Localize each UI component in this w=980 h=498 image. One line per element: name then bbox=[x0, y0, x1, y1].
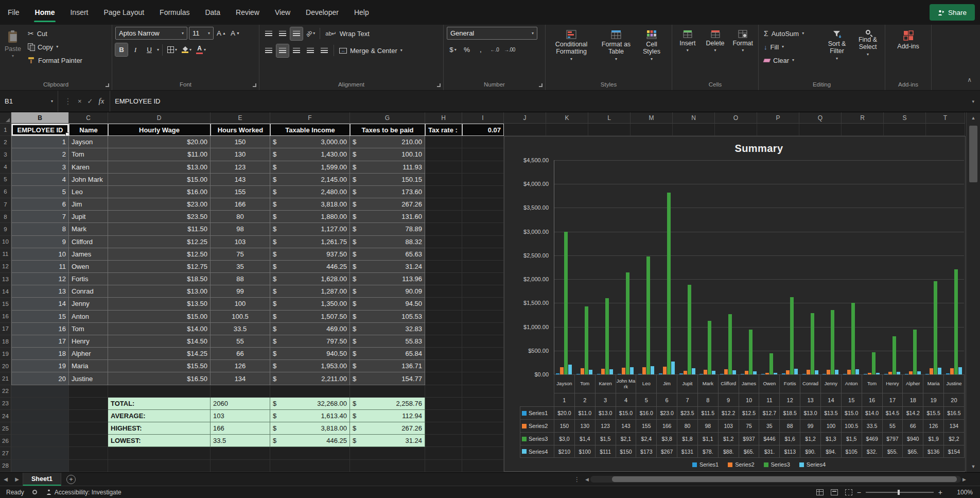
cell-E12[interactable]: 35 bbox=[211, 261, 270, 273]
merge-center-button[interactable]: ↔ Merge & Center ▾ bbox=[337, 44, 405, 57]
cell-I15[interactable] bbox=[462, 298, 504, 310]
cell-H20[interactable] bbox=[425, 360, 462, 372]
cell-C28[interactable] bbox=[69, 460, 108, 472]
cell-B23[interactable] bbox=[11, 398, 69, 410]
cell-E21[interactable]: 134 bbox=[211, 372, 270, 385]
cell-C2[interactable]: Jayson bbox=[69, 136, 108, 148]
underline-dropdown-icon[interactable]: ▾ bbox=[157, 48, 159, 52]
row-header-22[interactable]: 22 bbox=[0, 385, 11, 398]
percent-style-button[interactable]: % bbox=[461, 43, 473, 56]
cell-F12[interactable]: $446.25 bbox=[270, 261, 350, 273]
cell-I12[interactable] bbox=[462, 261, 504, 273]
cell-I27[interactable] bbox=[462, 447, 504, 459]
cell-H19[interactable] bbox=[425, 348, 462, 360]
fill-button[interactable]: ↓ Fill ▾ bbox=[762, 40, 820, 54]
format-cells-button[interactable]: Format ▾ bbox=[730, 27, 755, 54]
cell-M1[interactable] bbox=[631, 124, 673, 136]
column-header-F[interactable]: F bbox=[270, 112, 350, 124]
cell-G6[interactable]: $173.60 bbox=[350, 186, 425, 198]
cell-C12[interactable]: Owen bbox=[69, 261, 108, 273]
page-layout-view-button[interactable] bbox=[831, 489, 838, 495]
autosum-button[interactable]: Σ AutoSum ▾ bbox=[762, 27, 820, 40]
cell-B26[interactable] bbox=[11, 435, 69, 447]
cell-I24[interactable] bbox=[462, 410, 504, 422]
row-header-1[interactable]: 1 bbox=[0, 124, 11, 136]
row-header-25[interactable]: 25 bbox=[0, 422, 11, 435]
row-header-2[interactable]: 2 bbox=[0, 136, 11, 148]
row-header-6[interactable]: 6 bbox=[0, 186, 11, 198]
name-box-resize-handle[interactable]: ⋮ bbox=[64, 96, 72, 106]
legend-item-series2[interactable]: Series2 bbox=[728, 461, 754, 468]
cell-I18[interactable] bbox=[462, 335, 504, 348]
column-header-M[interactable]: M bbox=[631, 112, 673, 124]
cell-D27[interactable] bbox=[108, 447, 211, 459]
cell-D21[interactable]: $16.50 bbox=[108, 372, 211, 385]
cell-B17[interactable]: 16 bbox=[11, 323, 69, 335]
cell-F4[interactable]: $1,599.00 bbox=[270, 161, 350, 174]
cell-H27[interactable] bbox=[425, 447, 462, 459]
cell-E17[interactable]: 33.5 bbox=[211, 323, 270, 335]
zoom-slider-thumb[interactable] bbox=[898, 490, 900, 495]
cell-C14[interactable]: Conrad bbox=[69, 285, 108, 298]
paste-button[interactable]: Paste ▾ bbox=[3, 27, 23, 59]
sheet-nav-left-icon[interactable]: ◀ bbox=[0, 476, 11, 482]
format-painter-button[interactable]: Format Painter bbox=[26, 54, 84, 67]
menu-tab-formulas[interactable]: Formulas bbox=[152, 0, 197, 25]
cell-I20[interactable] bbox=[462, 360, 504, 372]
number-format-select[interactable]: General▾ bbox=[447, 27, 537, 40]
row-header-28[interactable]: 28 bbox=[0, 460, 11, 472]
cell-G17[interactable]: $32.83 bbox=[350, 323, 425, 335]
menu-tab-home[interactable]: Home bbox=[27, 0, 63, 25]
zoom-slider[interactable] bbox=[866, 492, 934, 493]
cell-I13[interactable] bbox=[462, 273, 504, 285]
cell-F26[interactable]: $446.25 bbox=[270, 435, 350, 447]
cell-G5[interactable]: $150.15 bbox=[350, 174, 425, 186]
add-sheet-button[interactable]: + bbox=[66, 475, 76, 484]
cell-G4[interactable]: $111.93 bbox=[350, 161, 425, 174]
cell-F19[interactable]: $940.50 bbox=[270, 348, 350, 360]
cell-D9[interactable]: $11.50 bbox=[108, 223, 211, 235]
font-color-button[interactable]: A▾ bbox=[195, 43, 207, 56]
insert-cells-button[interactable]: Insert ▾ bbox=[675, 27, 700, 54]
cell-B2[interactable]: 1 bbox=[11, 136, 69, 148]
cell-C4[interactable]: Karen bbox=[69, 161, 108, 174]
cell-E1[interactable]: Hours Worked bbox=[211, 124, 270, 136]
cell-D19[interactable]: $14.25 bbox=[108, 348, 211, 360]
cell-D6[interactable]: $16.00 bbox=[108, 186, 211, 198]
column-header-D[interactable]: D bbox=[108, 112, 211, 124]
cell-D8[interactable]: $23.50 bbox=[108, 211, 211, 223]
legend-item-series3[interactable]: Series3 bbox=[764, 461, 790, 468]
underline-button[interactable]: U bbox=[143, 43, 155, 56]
row-header-23[interactable]: 23 bbox=[0, 398, 11, 410]
cut-button[interactable]: ✂ Cut bbox=[26, 27, 84, 40]
cell-I22[interactable] bbox=[462, 385, 504, 398]
cell-D18[interactable]: $14.50 bbox=[108, 335, 211, 348]
cell-H23[interactable] bbox=[425, 398, 462, 410]
align-bottom-button[interactable] bbox=[290, 27, 303, 40]
cell-D7[interactable]: $23.00 bbox=[108, 198, 211, 211]
row-header-9[interactable]: 9 bbox=[0, 223, 11, 235]
cell-H28[interactable] bbox=[425, 460, 462, 472]
cell-H2[interactable] bbox=[425, 136, 462, 148]
cell-H24[interactable] bbox=[425, 410, 462, 422]
cell-B24[interactable] bbox=[11, 410, 69, 422]
page-break-view-button[interactable] bbox=[845, 489, 852, 495]
cell-H18[interactable] bbox=[425, 335, 462, 348]
column-header-P[interactable]: P bbox=[757, 112, 799, 124]
cell-F11[interactable]: $937.50 bbox=[270, 248, 350, 261]
cell-D20[interactable]: $15.50 bbox=[108, 360, 211, 372]
formula-input[interactable]: EMPLOYEE ID bbox=[110, 91, 966, 112]
row-header-11[interactable]: 11 bbox=[0, 248, 11, 261]
row-header-24[interactable]: 24 bbox=[0, 410, 11, 422]
cell-T1[interactable] bbox=[926, 124, 965, 136]
cell-I9[interactable] bbox=[462, 223, 504, 235]
cell-H1[interactable]: Tax rate : bbox=[425, 124, 462, 136]
menu-tab-developer[interactable]: Developer bbox=[298, 0, 346, 25]
menu-tab-page-layout[interactable]: Page Layout bbox=[96, 0, 152, 25]
cell-E26[interactable]: 33.5 bbox=[211, 435, 270, 447]
column-header-H[interactable]: H bbox=[425, 112, 462, 124]
cell-C1[interactable]: Name bbox=[69, 124, 108, 136]
cell-I25[interactable] bbox=[462, 422, 504, 435]
column-header-K[interactable]: K bbox=[546, 112, 588, 124]
cell-I1[interactable]: 0.07 bbox=[462, 124, 504, 136]
